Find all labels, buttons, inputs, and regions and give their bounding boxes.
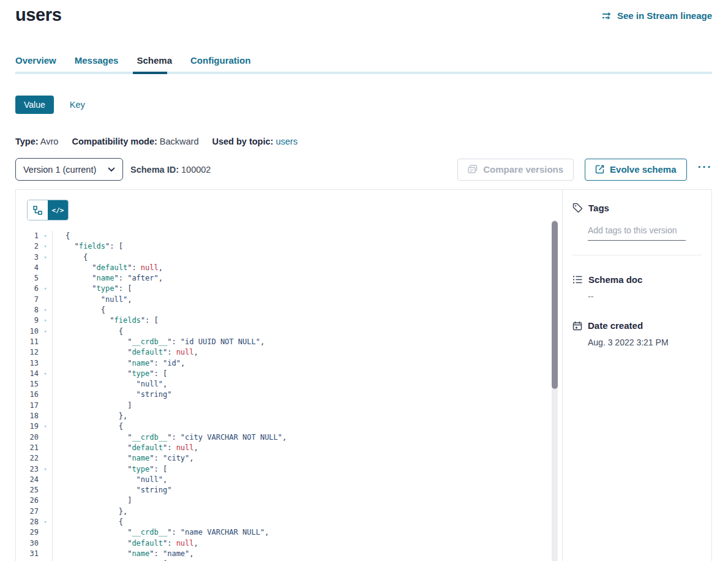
code-line: 9▾ "fields": [ bbox=[16, 315, 562, 326]
fold-gutter-spacer bbox=[39, 506, 52, 517]
line-number: 31 bbox=[16, 549, 39, 559]
fold-arrow-icon[interactable]: ▾ bbox=[39, 369, 52, 379]
line-number: 3 bbox=[16, 252, 39, 263]
code-text: "default": null, bbox=[52, 443, 562, 453]
schema-id-label: Schema ID: bbox=[130, 165, 179, 175]
active-tab-indicator bbox=[133, 72, 167, 74]
fold-gutter-spacer bbox=[39, 401, 52, 411]
compatibility-value: Backward bbox=[160, 137, 199, 146]
date-created-section: Date created Aug. 3 2022 3:21 PM bbox=[572, 320, 702, 347]
code-text: "fields": [ bbox=[52, 315, 562, 326]
fold-arrow-icon[interactable]: ▾ bbox=[39, 464, 52, 475]
code-line: 23▾ "type": [ bbox=[16, 464, 562, 475]
evolve-schema-label: Evolve schema bbox=[610, 164, 676, 175]
used-by-topic-meta: Used by topic: users bbox=[212, 137, 297, 146]
compare-versions-button[interactable]: Compare versions bbox=[457, 159, 574, 181]
code-line: 10▾ { bbox=[16, 326, 562, 337]
see-in-stream-lineage-link[interactable]: See in Stream lineage bbox=[602, 10, 712, 21]
stream-lineage-icon bbox=[602, 12, 613, 20]
tab-schema[interactable]: Schema bbox=[137, 55, 172, 66]
code-line: 11 "__crdb__": "id UUID NOT NULL", bbox=[16, 337, 562, 347]
date-created-heading: Date created bbox=[588, 320, 643, 331]
add-tags-input[interactable] bbox=[588, 225, 686, 241]
fold-gutter-spacer bbox=[39, 273, 52, 284]
code-view-icon: </> bbox=[52, 206, 64, 214]
fold-arrow-icon[interactable]: ▾ bbox=[39, 517, 52, 527]
line-number: 27 bbox=[16, 506, 39, 517]
page-header: users See in Stream lineage bbox=[15, 0, 712, 25]
code-line: 14▾ "type": [ bbox=[16, 369, 562, 379]
line-number: 17 bbox=[16, 401, 39, 411]
topic-link[interactable]: users bbox=[276, 137, 297, 146]
code-line: 4 "default": null, bbox=[16, 263, 562, 273]
schema-sidebar: Tags Schema doc -- bbox=[562, 190, 711, 561]
fold-gutter-spacer bbox=[39, 390, 52, 400]
fold-gutter-spacer bbox=[39, 527, 52, 538]
tab-messages[interactable]: Messages bbox=[75, 55, 119, 66]
tree-view-button[interactable] bbox=[28, 200, 48, 220]
code-text: "null", bbox=[52, 475, 562, 485]
code-line: 24 "null", bbox=[16, 475, 562, 485]
version-bar: Version 1 (current) Schema ID: 100002 Co… bbox=[15, 158, 712, 181]
code-text: "name": "after", bbox=[52, 273, 562, 284]
code-line: 13 "name": "id", bbox=[16, 358, 562, 369]
fold-gutter-spacer bbox=[39, 495, 52, 506]
fold-arrow-icon[interactable]: ▾ bbox=[39, 284, 52, 294]
key-toggle-button[interactable]: Key bbox=[70, 100, 85, 110]
code-text: "name": "id", bbox=[52, 358, 562, 369]
value-key-toggle: Value Key bbox=[15, 96, 712, 114]
evolve-schema-button[interactable]: Evolve schema bbox=[585, 159, 686, 181]
version-actions: Compare versions Evolve schema ··· bbox=[457, 159, 712, 181]
line-number: 13 bbox=[16, 358, 39, 369]
date-created-heading-row: Date created bbox=[572, 320, 702, 331]
code-lines: 1▾{2▾ "fields": [3▾ {4 "default": null,5… bbox=[16, 231, 562, 561]
fold-gutter-spacer bbox=[39, 475, 52, 485]
line-number: 24 bbox=[16, 475, 39, 485]
code-text: "default": null, bbox=[52, 263, 562, 273]
code-text: "name": "city", bbox=[52, 453, 562, 464]
tab-overview[interactable]: Overview bbox=[15, 55, 56, 66]
see-in-stream-lineage-label: See in Stream lineage bbox=[617, 10, 712, 21]
value-toggle-button[interactable]: Value bbox=[15, 96, 54, 114]
type-meta: Type: Avro bbox=[15, 137, 58, 146]
fold-arrow-icon[interactable]: ▾ bbox=[39, 326, 52, 337]
fold-arrow-icon[interactable]: ▾ bbox=[39, 241, 52, 252]
more-options-button[interactable]: ··· bbox=[698, 164, 712, 175]
fold-arrow-icon[interactable]: ▾ bbox=[39, 252, 52, 263]
line-number: 2 bbox=[16, 241, 39, 252]
code-line: 15 "null", bbox=[16, 379, 562, 390]
schema-id-meta: Schema ID: 100002 bbox=[130, 165, 211, 175]
code-text: "type": [ bbox=[52, 369, 562, 379]
code-text: }, bbox=[52, 506, 562, 517]
line-number: 5 bbox=[16, 273, 39, 284]
fold-arrow-icon[interactable]: ▾ bbox=[39, 421, 52, 432]
line-number: 28 bbox=[16, 517, 39, 527]
code-text: "__crdb__": "id UUID NOT NULL", bbox=[52, 337, 562, 347]
code-line: 28▾ { bbox=[16, 517, 562, 527]
tag-icon bbox=[572, 203, 583, 213]
version-select[interactable]: Version 1 (current) bbox=[15, 158, 123, 181]
compare-versions-label: Compare versions bbox=[483, 164, 563, 175]
code-text: { bbox=[52, 305, 562, 315]
list-icon bbox=[572, 275, 583, 284]
code-text: "name": "name", bbox=[52, 549, 562, 559]
fold-gutter-spacer bbox=[39, 337, 52, 347]
line-number: 26 bbox=[16, 495, 39, 506]
page-title: users bbox=[15, 5, 61, 25]
code-text: "null", bbox=[52, 295, 562, 305]
editor-scrollbar-track[interactable] bbox=[552, 220, 558, 561]
code-view-button[interactable]: </> bbox=[48, 200, 68, 220]
type-value: Avro bbox=[40, 137, 59, 146]
chevron-down-icon bbox=[108, 167, 115, 172]
fold-arrow-icon[interactable]: ▾ bbox=[39, 305, 52, 315]
code-line: 2▾ "fields": [ bbox=[16, 241, 562, 252]
tree-view-icon bbox=[33, 206, 42, 215]
code-text: "__crdb__": "city VARCHAR NOT NULL", bbox=[52, 432, 562, 443]
tab-underline bbox=[15, 72, 712, 74]
fold-arrow-icon[interactable]: ▾ bbox=[39, 231, 52, 241]
line-number: 21 bbox=[16, 443, 39, 453]
editor-scrollbar-thumb[interactable] bbox=[552, 221, 558, 389]
fold-arrow-icon[interactable]: ▾ bbox=[39, 315, 52, 326]
tab-configuration[interactable]: Configuration bbox=[190, 55, 250, 66]
tab-bar: Overview Messages Schema Configuration bbox=[15, 55, 712, 66]
